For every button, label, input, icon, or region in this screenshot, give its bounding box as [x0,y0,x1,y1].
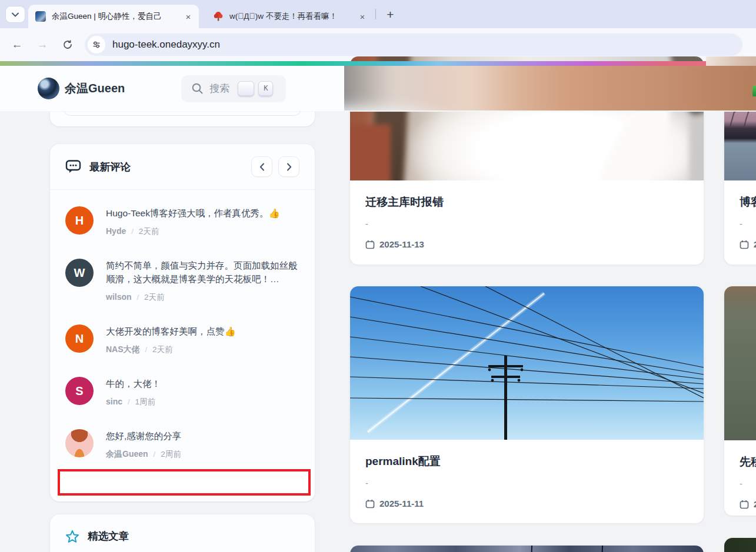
comment-meta: sinc / 1周前 [106,396,161,408]
chevron-down-icon [12,12,19,17]
comment-text[interactable]: 大佬开发的博客好美啊，点赞👍 [106,324,236,338]
reload-icon [62,39,73,50]
comment-meta: wilson / 2天前 [106,291,299,303]
browser-tab-inactive[interactable]: w(゚Д゚)w 不要走！再看看嘛！ × [206,5,373,28]
site-info-button[interactable] [88,36,105,53]
back-button[interactable]: ← [7,35,27,55]
browser-tab-strip: 余温Gueen | 明心静性，爱自己 × w(゚Д゚)w 不要走！再看看嘛！ ×… [0,0,756,28]
tab-title: 余温Gueen | 明心静性，爱自己 [52,11,179,22]
tab-favicon-blog [35,11,46,22]
comment-text[interactable]: Hugo-Teek博客好强大哦，作者真优秀。👍 [106,206,280,220]
comment-author: wilson [106,292,132,302]
plant-icon-partial [752,86,756,96]
meta-separator: / [145,345,147,354]
k-keycap: K [258,81,273,96]
blurred-region-corner [706,56,756,66]
comment-author: sinc [106,397,122,406]
comment-meta: 余温Gueen / 2周前 [106,448,181,460]
tab-close-icon[interactable]: × [182,11,194,22]
search-placeholder: 搜索 [209,82,229,95]
article-date: 2 [754,239,756,249]
new-tab-button[interactable]: + [382,6,398,22]
address-bar[interactable]: hugo-teek.onedayxyy.cn [85,34,742,56]
chevron-right-icon [287,163,292,171]
browser-tab-active[interactable]: 余温Gueen | 明心静性，爱自己 × [28,5,199,28]
calendar-icon [740,500,749,509]
article-excerpt: - [365,219,688,229]
star-icon [65,530,79,543]
comment-text[interactable]: 牛的，大佬！ [106,377,161,390]
comments-header: 最新评论 [50,144,315,190]
featured-title: 精选文章 [88,529,129,543]
forward-button[interactable]: → [32,35,52,55]
latest-comments-card: 最新评论 H Hugo-Teek博客好强大哦，作者真优秀。👍 Hyde / [50,144,315,501]
article-body: 迁移主库时报错 - 2025-11-13 [350,180,704,249]
article-excerpt: - [740,219,756,229]
article-title[interactable]: 博客 [740,195,756,209]
article-image-clouds [350,546,704,552]
meta-separator: / [136,293,139,302]
comments-next-button[interactable] [278,156,299,177]
article-body: 博客 - 2 [724,180,756,249]
comment-item[interactable]: W 简约不简单，颜值与实力并存。页面加载如丝般顺滑，这大概就是博客美学的天花板吧… [65,259,299,303]
comment-item[interactable]: H Hugo-Teek博客好强大哦，作者真优秀。👍 Hyde / 2天前 [65,206,299,237]
tune-icon [92,41,101,49]
article-date: 2025-11-13 [379,239,424,249]
meta-separator: / [153,450,155,459]
url-text: hugo-teek.onedayxyy.cn [112,39,220,51]
comment-author: NAS大佬 [106,344,140,354]
article-image-powerlines [350,286,704,440]
comment-item[interactable]: S 牛的，大佬！ sinc / 1周前 [65,377,299,408]
article-date: 2025-11-11 [379,499,424,508]
powerlines-graphic [350,286,704,440]
article-card[interactable] [350,546,704,552]
article-meta: 2 [740,499,756,509]
article-body: 先移 - 2 [724,440,756,509]
article-title[interactable]: permalink配置 [365,454,688,469]
article-date: 2 [754,499,756,509]
comment-item[interactable]: 您好,感谢您的分享 余温Gueen / 2周前 [65,429,299,460]
article-card-partial[interactable] [724,538,756,552]
calendar-icon [740,240,749,249]
featured-articles-card: 精选文章 [50,514,315,552]
site-brand-link[interactable]: 余温Gueen [38,78,125,99]
page-accent-gradient [0,61,756,66]
tab-close-icon[interactable]: × [357,11,368,22]
article-image-grass [724,286,756,440]
article-title[interactable]: 迁移主库时报错 [365,195,688,209]
tab-search-button[interactable] [6,6,25,22]
comments-prev-button[interactable] [251,156,272,177]
meta-separator: / [131,227,134,236]
article-meta: 2025-11-13 [365,239,688,249]
reload-button[interactable] [58,35,78,55]
article-card[interactable]: permalink配置 - 2025-11-11 [350,286,704,523]
article-card-partial[interactable]: 先移 - 2 [724,286,756,516]
search-input[interactable]: 搜索 K [182,76,285,102]
article-title[interactable]: 先移 [740,455,756,469]
comment-avatar: W [65,259,94,287]
comment-avatar: H [65,206,94,235]
comment-text[interactable]: 简约不简单，颜值与实力并存。页面加载如丝般顺滑，这大概就是博客美学的天花板吧！… [106,259,299,286]
comment-meta: Hyde / 2天前 [106,225,280,237]
comment-author: Hyde [106,226,126,236]
comment-time: 2天前 [152,345,173,354]
meta-separator: / [128,397,130,406]
comment-avatar: S [65,377,94,405]
comment-item[interactable]: N 大佬开发的博客好美啊，点赞👍 NAS大佬 / 2天前 [65,324,299,356]
site-logo-avatar [38,78,59,99]
comments-list: H Hugo-Teek博客好强大哦，作者真优秀。👍 Hyde / 2天前 W 简… [50,190,315,460]
article-excerpt: - [365,478,688,489]
chevron-left-icon [259,163,265,171]
comment-avatar-image [65,429,94,457]
comment-meta: NAS大佬 / 2天前 [106,343,236,356]
red-annotation-box [58,469,311,496]
screenshot-root: 余温Gueen | 明心静性，爱自己 × w(゚Д゚)w 不要走！再看看嘛！ ×… [0,0,756,552]
calendar-icon [365,499,375,508]
site-brand-name: 余温Gueen [65,81,125,96]
comment-text[interactable]: 您好,感谢您的分享 [106,429,181,443]
comments-nav [251,156,299,177]
article-meta: 2 [740,239,756,249]
comment-author: 余温Gueen [106,449,148,459]
calendar-icon [365,240,375,249]
blurred-region [344,66,756,111]
